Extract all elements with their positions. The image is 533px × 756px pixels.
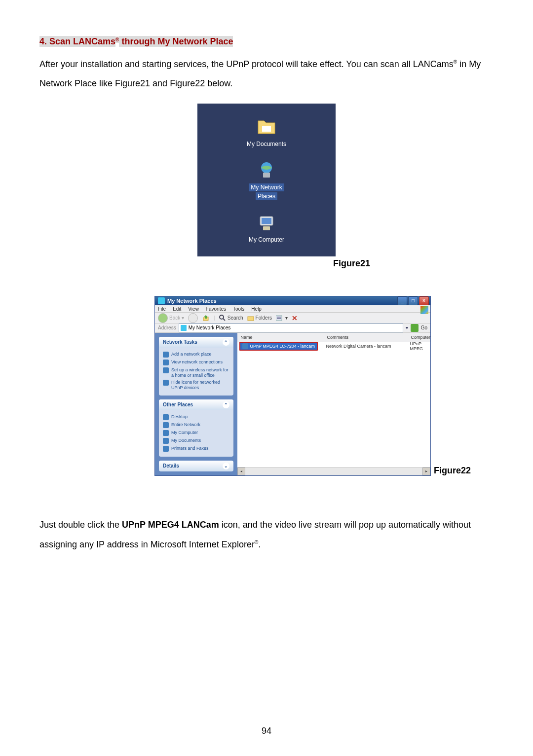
details-panel: Details ⌄ <box>159 461 233 471</box>
toolbar: Back ▾ | Search Folders <box>155 313 430 323</box>
other-places-header[interactable]: Other Places ⌃ <box>159 399 233 410</box>
col-comments[interactable]: Comments <box>327 335 411 340</box>
page-number: 94 <box>0 726 533 736</box>
para1-lancams: LANCams <box>413 59 454 69</box>
my-computer-icon[interactable]: My Computer <box>249 213 284 243</box>
col-name[interactable]: Name <box>237 335 327 340</box>
wireless-icon <box>163 367 169 373</box>
instruction-paragraph: Just double click the UPnP MPEG4 LANCam … <box>39 515 494 554</box>
folder-icon <box>256 117 277 138</box>
svg-rect-7 <box>248 317 254 321</box>
menu-edit[interactable]: Edit <box>173 306 181 312</box>
table-row[interactable]: UPnP MPEG4 LC-7204 - lancam Network Digi… <box>237 342 430 351</box>
close-button[interactable]: × <box>419 296 429 305</box>
printers-faxes-item[interactable]: Printers and Faxes <box>163 445 229 453</box>
search-button[interactable]: Search <box>219 315 243 322</box>
titlebar[interactable]: My Network Places _ □ × <box>155 296 430 305</box>
page: 4. Scan LANCams® through My Network Plac… <box>0 0 533 574</box>
details-header[interactable]: Details ⌄ <box>159 461 233 471</box>
chevron-down-icon: ⌄ <box>223 463 229 469</box>
network-places-small-icon <box>181 325 187 331</box>
para1-line1: After your installation and starting ser… <box>39 59 413 69</box>
printer-icon <box>163 446 169 452</box>
maximize-button[interactable]: □ <box>408 296 418 305</box>
go-button[interactable] <box>411 324 419 332</box>
svg-rect-10 <box>277 318 281 319</box>
entire-network-item[interactable]: Entire Network <box>163 421 229 429</box>
addressbar: Address My Network Places ▾ Go <box>155 324 430 333</box>
intro-paragraph: After your installation and starting ser… <box>39 55 494 94</box>
computer-icon <box>256 213 277 233</box>
add-place-icon <box>163 352 169 358</box>
menu-view[interactable]: View <box>188 306 199 312</box>
address-field[interactable]: My Network Places <box>179 324 403 332</box>
explorer-window: My Network Places _ □ × File Edit View F… <box>154 296 431 476</box>
file-list-pane: Name Comments Computer UPnP MPEG4 LC-720… <box>237 333 430 475</box>
setup-wireless-item[interactable]: Set up a wireless network for a home or … <box>163 366 229 379</box>
menu-file[interactable]: File <box>158 306 166 312</box>
svg-rect-9 <box>277 317 281 318</box>
folders-button[interactable]: Folders <box>247 315 272 322</box>
menu-tools[interactable]: Tools <box>233 306 244 312</box>
my-network-places-icon[interactable]: My Network Places <box>249 160 284 201</box>
desktop-icon <box>163 414 169 420</box>
my-documents-item[interactable]: My Documents <box>163 437 229 445</box>
my-documents-icon[interactable]: My Documents <box>247 117 286 147</box>
upnp-lancam-item[interactable]: UPnP MPEG4 LC-7204 - lancam <box>239 342 317 351</box>
svg-rect-3 <box>262 218 271 224</box>
scroll-right-icon[interactable]: ▸ <box>422 468 430 475</box>
view-connections-item[interactable]: View network connections <box>163 359 229 366</box>
horizontal-scrollbar[interactable]: ◂ ▸ <box>237 467 430 475</box>
hide-upnp-item[interactable]: Hide icons for networked UPnP devices <box>163 379 229 392</box>
other-places-panel: Other Places ⌃ Desktop Entire Network My… <box>159 399 233 457</box>
svg-point-5 <box>220 315 224 319</box>
chevron-up-icon: ⌃ <box>223 339 229 346</box>
add-network-place-item[interactable]: Add a network place <box>163 351 229 359</box>
svg-rect-4 <box>263 226 270 230</box>
section-heading-suffix: through My Network Place <box>119 36 233 47</box>
minimize-button[interactable]: _ <box>397 296 407 305</box>
figure-22-wrapper: My Network Places _ □ × File Edit View F… <box>154 296 480 476</box>
content-area: Network Tasks ⌃ Add a network place View… <box>155 333 430 475</box>
figure-21-caption: Figure21 <box>333 258 370 269</box>
para2-part2: icon, and the video live stream will pop… <box>219 520 388 530</box>
connections-icon <box>163 360 169 365</box>
window-title: My Network Places <box>167 298 217 304</box>
my-computer-item[interactable]: My Computer <box>163 429 229 437</box>
delete-icon[interactable]: ✕ <box>292 314 298 322</box>
address-value: My Network Places <box>189 325 231 330</box>
titlebar-left: My Network Places <box>158 297 217 304</box>
my-network-places-label-1: My Network <box>249 183 284 191</box>
svg-rect-1 <box>263 173 270 178</box>
row-computer: UPnP MPEG <box>410 341 430 351</box>
views-button[interactable]: ▾ <box>276 315 288 322</box>
up-button[interactable] <box>202 314 210 322</box>
menu-help[interactable]: Help <box>251 306 262 312</box>
para2-part3-suffix: . <box>258 540 261 549</box>
my-documents-label: My Documents <box>247 141 286 147</box>
window-controls: _ □ × <box>397 296 429 305</box>
figure-21-caption-row: Figure21 <box>163 258 370 269</box>
column-headers: Name Comments Computer <box>237 333 430 342</box>
row-comments: Network Digital Camera - lancam <box>326 344 410 349</box>
address-dropdown-icon[interactable]: ▾ <box>406 325 408 330</box>
computer-small-icon <box>163 430 169 436</box>
upnp-icon <box>163 380 169 386</box>
upnp-lancam-bold: UPnP MPEG4 LANCam <box>122 520 219 530</box>
section-heading-row: 4. Scan LANCams® through My Network Plac… <box>39 35 494 49</box>
figure-22-block: My Network Places _ □ × File Edit View F… <box>154 296 480 476</box>
back-button[interactable]: Back ▾ <box>158 313 184 323</box>
figure-22-caption: Figure22 <box>434 466 471 476</box>
network-tasks-body: Add a network place View network connect… <box>159 348 233 396</box>
menu-favorites[interactable]: Favorites <box>206 306 226 312</box>
figure-21-block: My Documents My Network Places <box>163 104 370 269</box>
desktop-item[interactable]: Desktop <box>163 413 229 421</box>
para2-part1: Just double click the <box>39 520 122 530</box>
network-tasks-header[interactable]: Network Tasks ⌃ <box>159 337 233 348</box>
col-computer[interactable]: Computer <box>411 335 430 340</box>
network-globe-icon <box>256 160 277 180</box>
network-tasks-panel: Network Tasks ⌃ Add a network place View… <box>159 337 233 396</box>
scroll-left-icon[interactable]: ◂ <box>237 468 245 475</box>
address-label: Address <box>158 325 176 330</box>
forward-button[interactable] <box>188 313 198 323</box>
